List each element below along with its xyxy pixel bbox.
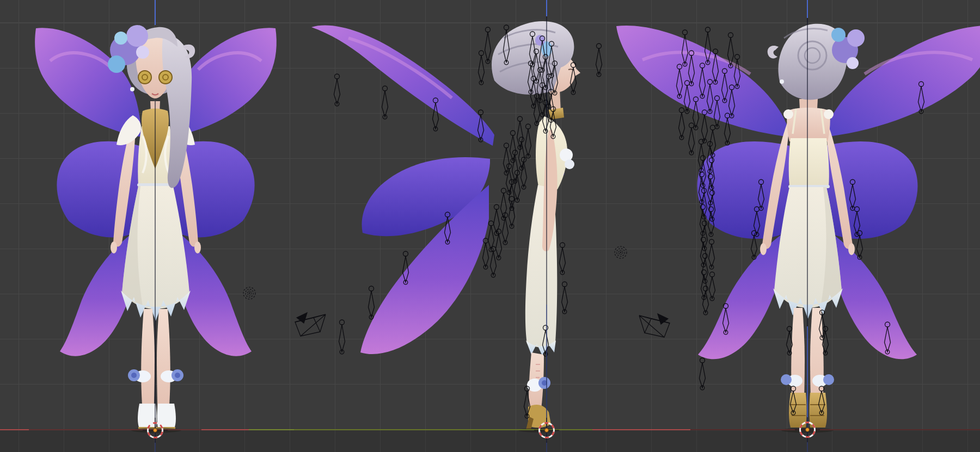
armature-bone[interactable] bbox=[485, 27, 491, 64]
flower-petal bbox=[847, 29, 865, 47]
ankle-rose-left bbox=[781, 374, 792, 385]
bone-head-joint bbox=[597, 44, 602, 48]
bone-head-joint bbox=[511, 131, 516, 135]
flower-petal-cyan bbox=[114, 32, 127, 45]
bone-head-joint bbox=[679, 108, 684, 113]
armature-bone[interactable] bbox=[701, 270, 707, 300]
armature-bone[interactable] bbox=[519, 137, 525, 170]
bone-body bbox=[483, 243, 489, 267]
bone-body bbox=[702, 115, 708, 141]
fairy-model-front-view[interactable] bbox=[35, 25, 277, 433]
body-side bbox=[525, 116, 574, 430]
armature-bone[interactable] bbox=[506, 164, 512, 195]
bone-head-joint bbox=[504, 25, 509, 30]
bone-head-joint bbox=[728, 33, 733, 38]
below-floor-shade-layer bbox=[0, 431, 980, 452]
bone-head-joint bbox=[335, 74, 340, 79]
ankle-rose-right bbox=[823, 374, 834, 385]
shoe-left bbox=[138, 404, 157, 429]
bone-head-joint bbox=[340, 320, 345, 325]
armature-bone[interactable] bbox=[512, 150, 518, 183]
bone-body bbox=[679, 113, 685, 138]
armature-bone[interactable] bbox=[679, 108, 685, 140]
bone-head-joint bbox=[518, 116, 523, 121]
bone-body bbox=[501, 193, 507, 218]
armature-bone[interactable] bbox=[525, 124, 531, 158]
empty-sphere-object[interactable] bbox=[243, 287, 255, 299]
armature-bone[interactable] bbox=[382, 86, 388, 119]
gold-shoe-right bbox=[810, 393, 828, 428]
armature-bone[interactable] bbox=[509, 179, 515, 210]
lace-puff-left bbox=[783, 109, 793, 119]
flower-petal-blue bbox=[831, 28, 846, 42]
lace-puff-right bbox=[824, 109, 834, 119]
flower-petal-light bbox=[136, 46, 149, 59]
bone-head-joint bbox=[706, 27, 710, 32]
bone-head-joint bbox=[383, 86, 388, 91]
chest-fluff-2 bbox=[565, 159, 574, 169]
bone-head-joint bbox=[560, 243, 565, 247]
armature-bone[interactable] bbox=[369, 286, 375, 319]
empty-center-dot bbox=[249, 293, 250, 294]
head-back bbox=[768, 24, 865, 100]
armature-bone[interactable] bbox=[491, 246, 497, 277]
armature-bone[interactable] bbox=[560, 243, 566, 275]
bone-head-joint bbox=[709, 239, 714, 244]
bone-body bbox=[503, 218, 509, 243]
bone-head-joint bbox=[713, 49, 718, 54]
bone-body bbox=[339, 325, 345, 352]
bone-body bbox=[369, 291, 375, 317]
cursor-center-dot bbox=[154, 429, 157, 432]
horn-curl bbox=[768, 46, 779, 58]
eye-right-gold-swirl bbox=[159, 71, 172, 84]
bone-head-joint bbox=[703, 286, 708, 291]
armature-bone[interactable] bbox=[703, 286, 709, 315]
armature-bone[interactable] bbox=[562, 282, 568, 314]
armature-bone[interactable] bbox=[596, 44, 602, 77]
armature-bone[interactable] bbox=[514, 170, 520, 202]
blender-3d-viewport[interactable] bbox=[0, 0, 980, 452]
bone-head-joint bbox=[701, 156, 706, 160]
bone-body bbox=[562, 287, 568, 312]
armature-bone[interactable] bbox=[521, 157, 527, 189]
bone-head-joint bbox=[526, 124, 531, 129]
armature-bone[interactable] bbox=[700, 358, 706, 390]
bone-head-joint bbox=[494, 205, 499, 209]
hand-left bbox=[760, 243, 767, 255]
bone-body bbox=[787, 331, 793, 353]
heel-spike bbox=[526, 417, 534, 430]
armature-bone[interactable] bbox=[483, 238, 489, 269]
cursor-center-dot bbox=[545, 429, 549, 432]
ankle-rose-left-center bbox=[131, 373, 137, 378]
armature-bone[interactable] bbox=[510, 131, 516, 163]
armature-bone[interactable] bbox=[709, 239, 715, 269]
below-floor-shade bbox=[0, 431, 980, 452]
bone-body bbox=[509, 201, 515, 226]
bone-head-joint bbox=[710, 272, 715, 277]
armature-bone[interactable] bbox=[334, 74, 340, 106]
bone-body bbox=[485, 32, 491, 61]
camera-object[interactable] bbox=[639, 314, 670, 337]
armature-bone[interactable] bbox=[339, 320, 345, 354]
armature-bone[interactable] bbox=[534, 94, 540, 126]
bone-body bbox=[496, 234, 502, 258]
earring bbox=[130, 87, 134, 91]
wing-upper bbox=[311, 26, 494, 146]
fairy-model-back-view[interactable] bbox=[616, 24, 980, 433]
bone-body bbox=[504, 148, 510, 173]
armature-bone[interactable] bbox=[479, 51, 485, 85]
camera-object[interactable] bbox=[295, 313, 326, 336]
armature-bone[interactable] bbox=[701, 237, 707, 267]
armature-bone[interactable] bbox=[501, 188, 507, 220]
armature-bone[interactable] bbox=[709, 272, 715, 301]
empty-sphere-object[interactable] bbox=[615, 246, 627, 258]
bone-body bbox=[334, 79, 340, 104]
bone-head-joint bbox=[403, 251, 408, 256]
bone-head-joint bbox=[702, 221, 707, 226]
viewport-canvas[interactable] bbox=[0, 0, 980, 452]
camera-body bbox=[645, 319, 670, 337]
hand-left bbox=[111, 242, 117, 253]
earring bbox=[780, 79, 784, 84]
bone-head-joint bbox=[683, 30, 688, 35]
bone-head-joint bbox=[369, 286, 374, 291]
